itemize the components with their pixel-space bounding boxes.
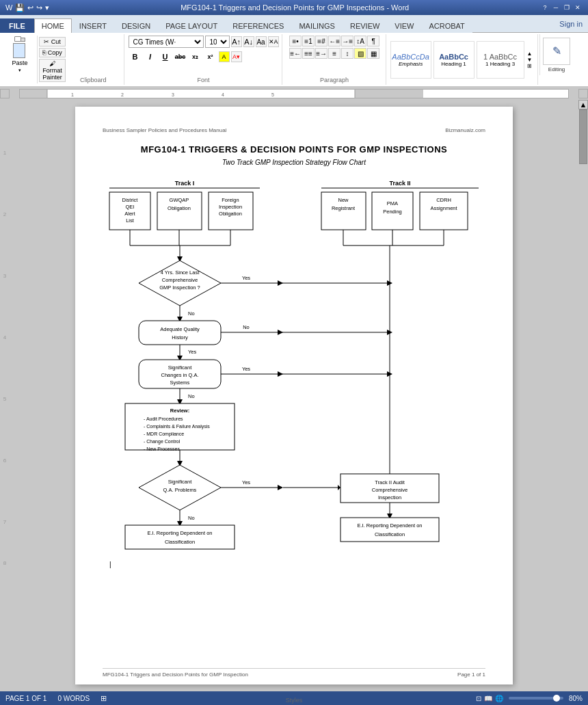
tab-view[interactable]: VIEW — [387, 18, 421, 33]
font-grow-button[interactable]: A↑ — [231, 36, 242, 47]
svg-text:Q.A. Problems: Q.A. Problems — [163, 487, 197, 493]
font-color-button[interactable]: A▾ — [231, 51, 242, 62]
svg-text:E.I. Reporting Dependent on: E.I. Reporting Dependent on — [357, 522, 422, 529]
tab-home[interactable]: HOME — [34, 18, 72, 33]
style-emphasis[interactable]: AaBbCcDa Emphasis — [390, 41, 431, 79]
zoom-slider[interactable] — [509, 697, 563, 700]
margin-numbers-svg: 1 2 3 4 5 6 7 8 — [0, 100, 10, 578]
svg-text:1: 1 — [71, 92, 74, 97]
copy-button[interactable]: ⎘ Copy — [39, 48, 66, 57]
svg-text:Changes in Q.A.: Changes in Q.A. — [161, 372, 198, 378]
tab-mailings[interactable]: MAILINGS — [291, 18, 343, 33]
tab-review[interactable]: REVIEW — [343, 18, 387, 33]
ribbon-clipboard-group: Paste ▾ ✂ Cut ⎘ Copy 🖌 Format Painter Cl… — [3, 34, 124, 85]
svg-text:1: 1 — [3, 150, 7, 156]
svg-text:5: 5 — [3, 396, 7, 402]
sign-in-link[interactable]: Sign in — [559, 20, 583, 28]
style-heading1[interactable]: AaBbCc Heading 1 — [433, 41, 475, 79]
web-layout-icon[interactable]: 🌐 — [495, 695, 503, 702]
ribbon-tabs: FILE HOME INSERT DESIGN PAGE LAYOUT REFE… — [0, 15, 588, 33]
justify-button[interactable]: ≡ — [328, 48, 340, 59]
clear-format-button[interactable]: ✕A — [268, 36, 279, 47]
svg-text:2: 2 — [3, 211, 7, 217]
svg-text:Track II Audit: Track II Audit — [375, 479, 405, 485]
close-btn[interactable]: ✕ — [573, 3, 583, 12]
svg-text:Review:: Review: — [170, 408, 189, 414]
format-painter-button[interactable]: 🖌 Format Painter — [39, 59, 66, 82]
border-button[interactable]: ▦ — [367, 48, 379, 59]
window-controls[interactable]: ? ─ ❐ ✕ — [540, 3, 583, 12]
font-size-select[interactable]: 10 — [205, 36, 230, 48]
page-footer: MFG104-1 Triggers and Decision Points fo… — [103, 668, 485, 678]
document-area[interactable]: Business Sampler Policies and Procedures… — [10, 100, 578, 691]
svg-text:4 Yrs. Since Last: 4 Yrs. Since Last — [161, 269, 200, 276]
styles-group-label: Styles — [286, 695, 303, 704]
svg-rect-1 — [20, 90, 47, 98]
tab-file[interactable]: FILE — [0, 18, 34, 33]
svg-rect-119 — [340, 518, 439, 542]
restore-btn[interactable]: ❐ — [562, 3, 572, 12]
ribbon: Paste ▾ ✂ Cut ⎘ Copy 🖌 Format Painter Cl… — [0, 33, 588, 88]
sort-button[interactable]: ↕A — [354, 36, 366, 46]
svg-text:Significant: Significant — [168, 364, 193, 371]
line-spacing-button[interactable]: ↕ — [341, 48, 353, 59]
align-center-button[interactable]: ≡≡ — [302, 48, 315, 59]
help-btn[interactable]: ? — [540, 3, 550, 12]
underline-button[interactable]: U — [159, 51, 172, 63]
styles-scroll-up[interactable]: ▲ — [525, 51, 535, 57]
tab-acrobat[interactable]: ACROBAT — [421, 18, 472, 33]
tab-design[interactable]: DESIGN — [114, 18, 158, 33]
italic-button[interactable]: I — [144, 51, 157, 63]
increase-indent-button[interactable]: →≡ — [341, 36, 353, 46]
subscript-button[interactable]: x₂ — [189, 51, 202, 63]
highlight-button[interactable]: A — [219, 51, 230, 62]
decrease-indent-button[interactable]: ←≡ — [328, 36, 340, 46]
align-left-button[interactable]: ≡← — [289, 48, 302, 59]
align-right-button[interactable]: ≡→ — [315, 48, 328, 59]
undo-icon[interactable]: ↩ — [27, 3, 34, 12]
superscript-button[interactable]: x² — [204, 51, 217, 63]
bold-button[interactable]: B — [129, 51, 142, 63]
tab-references[interactable]: REFERENCES — [225, 18, 291, 33]
svg-text:Registrant: Registrant — [332, 205, 356, 211]
change-case-button[interactable]: Aa — [256, 36, 267, 47]
scroll-up-button[interactable]: ▲ — [578, 100, 588, 109]
svg-text:- MDR Compliance: - MDR Compliance — [144, 431, 184, 437]
scroll-thumb[interactable] — [579, 109, 587, 164]
save-icon[interactable]: 💾 — [15, 3, 25, 12]
shading-button[interactable]: ▧ — [354, 48, 366, 59]
svg-text:Inspection: Inspection — [219, 204, 242, 210]
style-emphasis-preview: AaBbCcDa — [392, 53, 429, 61]
svg-text:No: No — [188, 310, 195, 317]
styles-scroll-down[interactable]: ▼ — [525, 57, 535, 63]
minimize-btn[interactable]: ─ — [551, 3, 561, 12]
numbering-button[interactable]: ≡1 — [302, 36, 315, 46]
strikethrough-button[interactable]: abc — [174, 51, 187, 63]
svg-rect-2 — [355, 90, 423, 98]
print-layout-icon[interactable]: ⊡ — [476, 695, 481, 702]
redo-icon[interactable]: ↪ — [36, 3, 42, 12]
cut-button[interactable]: ✂ Cut — [39, 37, 66, 46]
zoom-thumb[interactable] — [553, 695, 560, 702]
paste-button[interactable]: Paste ▾ — [5, 36, 34, 74]
font-name-select[interactable]: CG Times (W· — [129, 36, 204, 48]
svg-marker-51 — [139, 261, 221, 306]
svg-text:7: 7 — [3, 519, 7, 525]
show-marks-button[interactable]: ¶ — [367, 36, 379, 46]
read-mode-icon[interactable]: 📖 — [484, 695, 492, 702]
view-mode-icons: ⊡ 📖 🌐 — [476, 695, 503, 702]
svg-text:Significant: Significant — [168, 479, 193, 485]
ribbon-editing-group: ✎ Editing — [539, 34, 574, 75]
editing-button[interactable]: ✎ — [543, 38, 570, 65]
vertical-scrollbar[interactable]: ▲ — [578, 100, 588, 691]
layout-icon[interactable]: ⊞ — [101, 694, 107, 703]
style-heading3[interactable]: 1 AaBbCc 1 Heading 3 — [477, 41, 524, 79]
styles-expand[interactable]: ⊞ — [525, 63, 535, 69]
bullets-button[interactable]: ≡• — [289, 36, 302, 46]
track2-label: Track II — [389, 180, 410, 187]
tab-insert[interactable]: INSERT — [72, 18, 114, 33]
tab-page-layout[interactable]: PAGE LAYOUT — [158, 18, 225, 33]
svg-text:District: District — [122, 197, 139, 203]
multilevel-button[interactable]: ≡# — [315, 36, 328, 46]
font-shrink-button[interactable]: A↓ — [243, 36, 254, 47]
